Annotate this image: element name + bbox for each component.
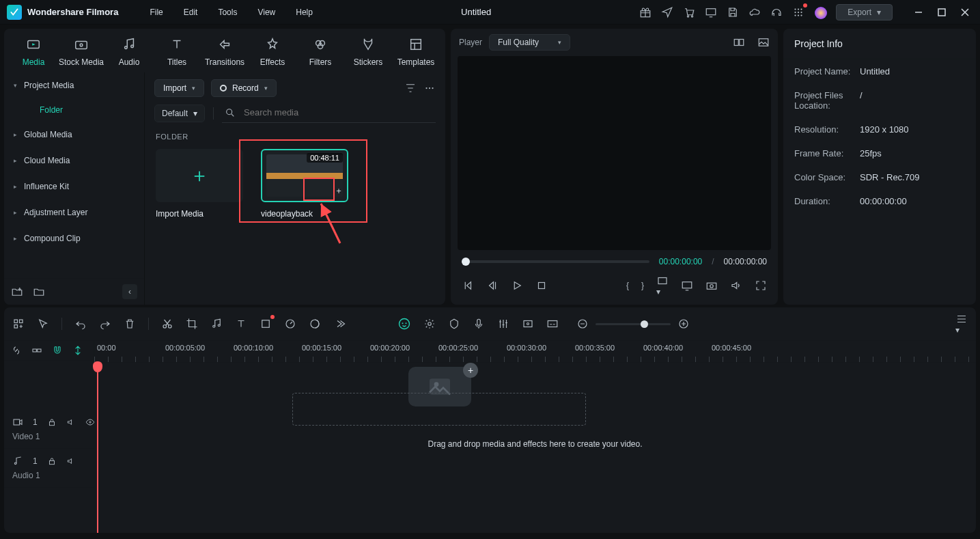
import-dropdown[interactable]: Import▾ [154,79,204,97]
tree-folder[interactable]: Folder [4,98,144,122]
timeline-view-icon[interactable]: ▾ [955,313,968,335]
menu-view[interactable]: View [257,8,275,17]
lock-icon[interactable] [47,456,57,466]
tab-transitions[interactable]: Transitions [201,36,249,72]
redo-icon[interactable] [99,318,111,330]
menu-edit[interactable]: Edit [184,8,198,17]
chain-icon[interactable] [31,345,42,356]
music-icon[interactable] [210,318,223,330]
monitor-icon[interactable] [705,6,717,18]
save-icon[interactable] [727,6,739,18]
grid-apps-icon[interactable] [792,6,804,18]
mute-icon[interactable] [66,417,76,427]
step-back-icon[interactable] [486,279,499,292]
more-icon[interactable] [423,82,436,94]
gift-icon[interactable] [639,6,652,18]
svg-point-11 [798,14,799,16]
select-tool-icon[interactable] [37,318,49,330]
record-vo-icon[interactable] [522,318,534,330]
import-media-tile[interactable]: ＋ Import Media [156,149,243,219]
tree-influence-kit[interactable]: ▸Influence Kit [4,174,144,199]
menu-file[interactable]: File [150,8,163,17]
display-icon[interactable] [681,279,693,292]
snap-icon[interactable] [72,345,83,356]
crop-icon[interactable] [186,318,198,330]
tree-compound-clip[interactable]: ▸Compound Clip [4,225,144,251]
window-minimize-icon[interactable] [914,8,923,16]
menu-help[interactable]: Help [296,8,313,17]
volume-icon[interactable] [730,279,742,292]
tab-titles[interactable]: Titles [153,36,201,72]
profile-avatar-icon[interactable] [814,6,826,18]
snapshot-icon[interactable] [705,279,718,292]
tab-audio[interactable]: Audio [105,36,153,72]
timeline-ruler[interactable]: 00:00 00:00:05:00 00:00:10:00 00:00:15:0… [94,341,976,363]
lock-icon[interactable] [47,417,57,427]
text-icon[interactable] [235,318,247,330]
audio-track-header[interactable]: 1 Audio 1 [4,449,94,488]
zoom-out-icon[interactable] [576,318,589,330]
tree-adjustment-layer[interactable]: ▸Adjustment Layer [4,199,144,225]
mic-icon[interactable] [473,318,485,330]
player-canvas[interactable] [458,56,771,250]
folder-icon[interactable] [33,286,45,298]
marker-icon[interactable] [448,318,460,330]
eye-icon[interactable] [85,417,95,427]
fullscreen-icon[interactable] [755,279,767,292]
tracks-area[interactable]: + Drag and drop media and effects here t… [94,363,976,527]
undo-icon[interactable] [74,318,87,330]
cut-icon[interactable] [161,318,173,330]
play-icon[interactable] [511,279,523,292]
window-close-icon[interactable] [961,8,969,16]
delete-icon[interactable] [124,318,136,330]
link-icon[interactable] [11,345,22,356]
audio-mix-icon[interactable] [497,318,509,330]
export-button[interactable]: Export▾ [836,4,893,20]
dnd-drop-area[interactable] [292,393,586,426]
aspect-icon[interactable]: ▾ [656,275,669,296]
tree-project-media[interactable]: ▾Project Media [4,72,144,98]
cart-icon[interactable] [683,6,695,18]
send-icon[interactable] [661,6,673,18]
enhance-icon[interactable] [423,318,436,330]
track-label: Audio 1 [12,471,85,480]
keyframe-icon[interactable] [260,318,272,330]
tab-effects[interactable]: Effects [249,36,296,72]
add-track-icon[interactable] [12,318,25,330]
video-track-header[interactable]: 1 Video 1 [4,410,94,449]
mark-out-icon[interactable]: } [641,281,644,290]
caption-icon[interactable] [546,318,559,330]
magnet-icon[interactable] [52,345,63,356]
tree-cloud-media[interactable]: ▸Cloud Media [4,148,144,174]
sort-default-dropdown[interactable]: Default▾ [154,105,205,122]
quality-dropdown[interactable]: Full Quality▾ [489,34,570,51]
collapse-sidebar-button[interactable]: ‹ [122,284,137,299]
tab-stickers[interactable]: Stickers [344,36,392,72]
compare-view-icon[interactable] [733,36,745,49]
tab-media[interactable]: Media [10,36,57,72]
search-input[interactable] [242,107,360,118]
headphones-icon[interactable] [770,6,783,18]
tab-filters[interactable]: Filters [296,36,344,72]
tree-global-media[interactable]: ▸Global Media [4,122,144,148]
more-tools-icon[interactable] [333,318,346,330]
filter-icon[interactable] [404,82,417,94]
new-folder-icon[interactable] [11,286,23,298]
window-maximize-icon[interactable] [938,8,946,16]
speed-icon[interactable] [284,318,296,330]
record-dropdown[interactable]: Record▾ [211,79,277,97]
tab-stock-media[interactable]: Stock Media [57,36,105,72]
menu-tools[interactable]: Tools [218,8,237,17]
tab-templates[interactable]: Templates [392,36,440,72]
player-scrubber[interactable] [462,260,649,263]
mark-in-icon[interactable]: { [626,281,629,290]
zoom-slider[interactable] [596,323,671,325]
stop-icon[interactable] [535,279,548,292]
prev-frame-icon[interactable] [462,279,474,292]
image-icon[interactable] [757,36,770,49]
cloud-icon[interactable] [748,6,761,18]
zoom-in-icon[interactable] [677,318,690,330]
ai-icon[interactable] [397,317,411,331]
color-icon[interactable] [309,318,321,330]
mute-icon[interactable] [66,456,76,466]
